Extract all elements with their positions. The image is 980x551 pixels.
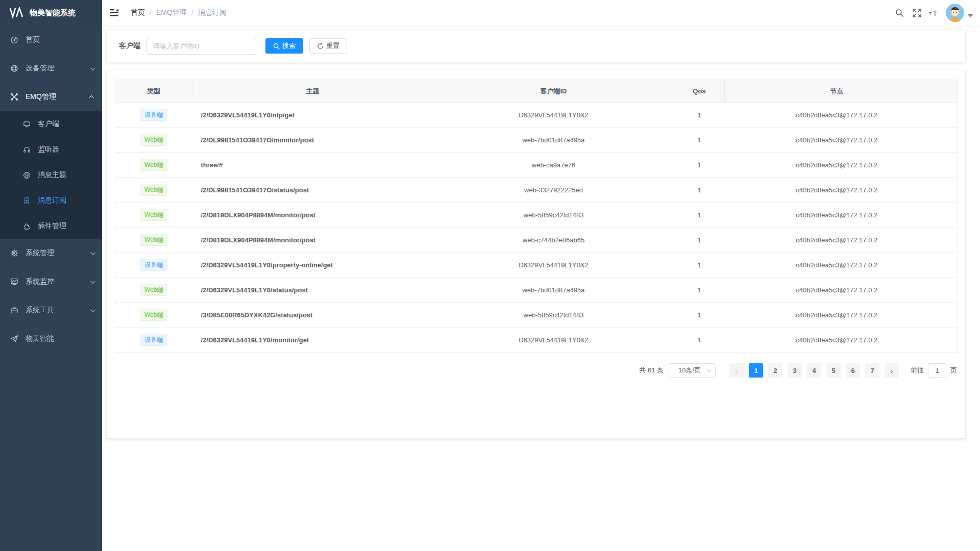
goto-page: 前往 页 bbox=[911, 363, 957, 378]
cell-gutter bbox=[949, 328, 958, 353]
cell-client-id: D6329VL54419L1Y0&2 bbox=[433, 103, 674, 128]
search-icon bbox=[273, 43, 280, 49]
table-row: 设备端 /2/D6329VL54419L1Y0/property-online/… bbox=[115, 253, 958, 278]
cell-topic: /2/DL9981541O39417O/status/post bbox=[192, 178, 433, 203]
type-tag: Web端 bbox=[140, 159, 167, 171]
breadcrumb-home[interactable]: 首页 bbox=[131, 8, 145, 17]
sidebar-item-emq-clients[interactable]: 客户端 bbox=[0, 111, 102, 137]
type-tag: 设备端 bbox=[140, 334, 167, 346]
table-row: Web端 /2/DL9981541O39417O/status/post web… bbox=[115, 178, 958, 203]
plugin-icon bbox=[22, 222, 31, 230]
cell-qos: 1 bbox=[674, 203, 725, 228]
cell-node: c40b2d8ea5c3@172.17.0.2 bbox=[725, 303, 949, 328]
col-header-topic: 主题 bbox=[192, 80, 433, 103]
cell-type: Web端 bbox=[115, 128, 192, 153]
table-row: Web端 /2/D6329VL54419L1Y0/status/post web… bbox=[115, 278, 958, 303]
cell-qos: 1 bbox=[674, 278, 725, 303]
fullscreen-button[interactable] bbox=[908, 0, 925, 26]
page-button-2[interactable]: 2 bbox=[768, 363, 782, 378]
col-header-node: 节点 bbox=[725, 80, 949, 103]
sidebar-item-home[interactable]: 首页 bbox=[0, 26, 102, 54]
topic-at-icon: @ bbox=[22, 171, 31, 179]
cell-type: Web端 bbox=[115, 178, 192, 203]
cell-topic: /2/D6329VL54419L1Y0/monitor/get bbox=[192, 328, 433, 353]
page-button-4[interactable]: 4 bbox=[807, 363, 821, 378]
dashboard-icon bbox=[10, 36, 18, 44]
cell-node: c40b2d8ea5c3@172.17.0.2 bbox=[725, 103, 949, 128]
goto-suffix: 页 bbox=[950, 366, 957, 375]
cell-qos: 1 bbox=[674, 103, 725, 128]
sidebar-item-emq-plugins[interactable]: 插件管理 bbox=[0, 213, 102, 239]
cell-client-id: web-7bd01d87a495a bbox=[433, 128, 674, 153]
sidebar-item-device-mgmt[interactable]: 设备管理 bbox=[0, 54, 102, 83]
header-search-button[interactable] bbox=[891, 0, 908, 26]
cell-topic: /2/DL9981541O39417O/monitor/post bbox=[192, 128, 433, 153]
cell-qos: 1 bbox=[674, 328, 725, 353]
device-sphere-icon bbox=[10, 64, 18, 72]
cell-node: c40b2d8ea5c3@172.17.0.2 bbox=[725, 253, 949, 278]
cell-type: 设备端 bbox=[115, 328, 192, 353]
cell-node: c40b2d8ea5c3@172.17.0.2 bbox=[725, 228, 949, 253]
breadcrumb-emq: EMQ管理 bbox=[156, 8, 187, 17]
breadcrumb-current: 消息订阅 bbox=[198, 8, 227, 17]
gear-icon bbox=[10, 249, 18, 257]
table-row: Web端 /3/D85E00R65DYXK42G/status/post web… bbox=[115, 303, 958, 328]
sidebar-item-emq-subscriptions[interactable]: 消息订阅 bbox=[0, 188, 102, 213]
page-button-6[interactable]: 6 bbox=[846, 363, 860, 378]
sidebar-item-label: 系统监控 bbox=[26, 277, 90, 286]
prev-page-button[interactable]: ‹ bbox=[729, 363, 744, 378]
next-page-button[interactable]: › bbox=[885, 363, 899, 378]
cell-node: c40b2d8ea5c3@172.17.0.2 bbox=[725, 153, 949, 178]
cell-topic: /2/D819DLX904P8894M/monitor/post bbox=[192, 203, 433, 228]
cell-node: c40b2d8ea5c3@172.17.0.2 bbox=[725, 203, 949, 228]
cell-type: Web端 bbox=[115, 153, 192, 178]
pagination: 共 61 条 10条/页 ‹ 1234567 › 前往 页 bbox=[115, 363, 957, 378]
page-button-1[interactable]: 1 bbox=[749, 363, 763, 378]
user-menu[interactable] bbox=[946, 4, 973, 22]
cell-qos: 1 bbox=[674, 253, 725, 278]
cell-client-id: D6329VL54419L1Y0&2 bbox=[433, 253, 674, 278]
sidebar-item-wumei-smart[interactable]: 物美智能 bbox=[0, 324, 102, 353]
cell-gutter bbox=[949, 303, 958, 328]
table-row: Web端 /2/D819DLX904P8894M/monitor/post we… bbox=[115, 228, 958, 253]
goto-page-input[interactable] bbox=[928, 363, 946, 378]
sidebar-item-system-mgmt[interactable]: 系统管理 bbox=[0, 239, 102, 267]
page-button-7[interactable]: 7 bbox=[865, 363, 879, 378]
app-logo[interactable]: 物美智能系统 bbox=[0, 0, 102, 26]
page-button-3[interactable]: 3 bbox=[788, 363, 802, 378]
cell-type: 设备端 bbox=[115, 103, 192, 128]
font-size-button[interactable]: T T bbox=[925, 0, 943, 26]
cell-client-id: web-ca9a7e76 bbox=[433, 153, 674, 178]
page-size-select[interactable]: 10条/页 bbox=[669, 363, 716, 378]
chevron-down-icon bbox=[707, 368, 711, 372]
col-header-gutter bbox=[949, 80, 958, 103]
avatar[interactable] bbox=[946, 4, 964, 22]
sidebar-fold-toggle[interactable] bbox=[102, 0, 127, 26]
reset-button[interactable]: 重置 bbox=[309, 38, 347, 54]
cell-gutter bbox=[949, 103, 958, 128]
subscriptions-panel: 类型 主题 客户端ID Qos 节点 设备端 /2/D6329VL54419L1… bbox=[106, 70, 966, 439]
navbar-actions: T T bbox=[891, 0, 980, 26]
sidebar-item-label: 物美智能 bbox=[26, 334, 94, 343]
sidebar-item-emq-topics[interactable]: @ 消息主题 bbox=[0, 162, 102, 188]
sidebar-item-emq-listeners[interactable]: 监听器 bbox=[0, 137, 102, 162]
chevron-down-icon bbox=[90, 279, 95, 284]
cell-type: Web端 bbox=[115, 203, 192, 228]
cell-client-id: web-3327922225ed bbox=[433, 178, 674, 203]
cell-type: Web端 bbox=[115, 228, 192, 253]
page-button-5[interactable]: 5 bbox=[826, 363, 841, 378]
sidebar-item-label: 设备管理 bbox=[26, 64, 90, 73]
table-row: 设备端 /2/D6329VL54419L1Y0/monitor/get D632… bbox=[115, 328, 958, 353]
chevron-down-icon bbox=[90, 250, 95, 255]
col-header-client-id: 客户端ID bbox=[433, 80, 674, 103]
search-button[interactable]: 搜索 bbox=[265, 38, 303, 54]
sidebar-item-system-tools[interactable]: 系统工具 bbox=[0, 296, 102, 324]
fullscreen-icon bbox=[913, 9, 921, 17]
sidebar-item-label: 消息订阅 bbox=[38, 196, 66, 205]
client-id-input[interactable] bbox=[146, 38, 256, 55]
top-navbar: 首页 / EMQ管理 / 消息订阅 T T bbox=[102, 0, 980, 26]
sidebar-item-system-monitor[interactable]: 系统监控 bbox=[0, 267, 102, 296]
sidebar-item-emq-mgmt[interactable]: EMQ管理 bbox=[0, 83, 102, 111]
subscriptions-table: 类型 主题 客户端ID Qos 节点 设备端 /2/D6329VL54419L1… bbox=[115, 80, 958, 353]
emq-cluster-icon bbox=[10, 93, 18, 101]
